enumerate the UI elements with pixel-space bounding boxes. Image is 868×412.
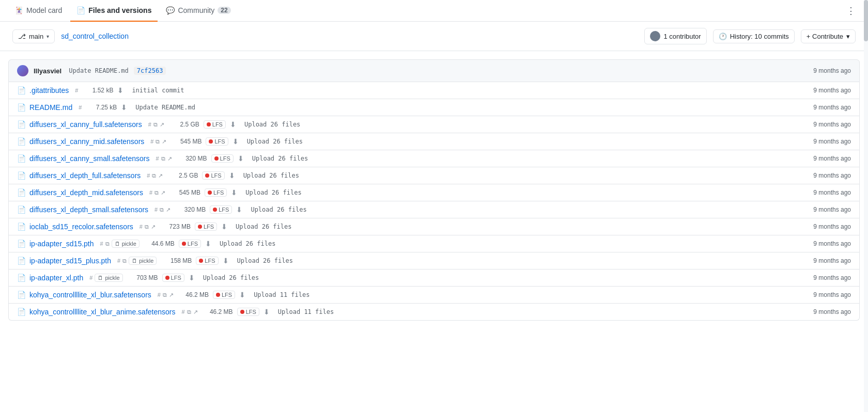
copy-link-icon[interactable]: # xyxy=(89,275,92,281)
history-icon: 🕐 xyxy=(719,33,727,40)
file-name[interactable]: diffusers_xl_canny_full.safetensors xyxy=(29,120,142,129)
file-commit-message: Upload 26 files xyxy=(220,240,795,247)
lfs-badge: LFS xyxy=(196,257,218,265)
download-icon[interactable]: ⬇ xyxy=(233,137,239,146)
external-link-icon[interactable]: ↗ xyxy=(193,309,198,315)
download-icon[interactable]: ⬇ xyxy=(121,103,127,112)
file-badges: # xyxy=(73,87,78,93)
history-button[interactable]: 🕐 History: 10 commits xyxy=(713,29,795,43)
tab-model-card-label: Model card xyxy=(26,6,62,14)
history-label: History: 10 commits xyxy=(730,33,789,40)
copy-icon[interactable]: ⧉ xyxy=(160,207,164,213)
download-icon[interactable]: ⬇ xyxy=(231,188,237,197)
external-link-icon[interactable]: ↗ xyxy=(160,121,164,128)
file-name[interactable]: .gitattributes xyxy=(29,86,69,94)
copy-icon[interactable]: ⧉ xyxy=(105,241,110,247)
external-link-icon[interactable]: ↗ xyxy=(158,172,163,179)
tab-model-card[interactable]: 🃏 Model card xyxy=(8,0,68,22)
copy-icon[interactable]: ⧉ xyxy=(161,155,165,162)
file-time: 9 months ago xyxy=(799,223,851,230)
download-icon[interactable]: ⬇ xyxy=(238,154,244,163)
lfs-badge: LFS xyxy=(210,205,232,214)
file-size: 2.5 GB xyxy=(168,121,199,128)
copy-link-icon[interactable]: # xyxy=(158,292,161,298)
scrollbar-thumb[interactable] xyxy=(864,0,868,41)
copy-link-icon[interactable]: # xyxy=(150,138,153,145)
download-icon[interactable]: ⬇ xyxy=(189,274,195,282)
file-name[interactable]: ip-adapter_sd15.pth xyxy=(29,240,94,248)
copy-link-icon[interactable]: # xyxy=(148,121,151,128)
download-icon[interactable]: ⬇ xyxy=(117,86,123,94)
copy-link-icon[interactable]: # xyxy=(117,258,120,264)
file-name[interactable]: diffusers_xl_depth_small.safetensors xyxy=(29,205,148,214)
external-link-icon[interactable]: ↗ xyxy=(151,224,156,230)
pickle-badge: 🗒 pickle xyxy=(112,240,140,248)
copy-link-icon[interactable]: # xyxy=(156,155,159,162)
copy-link-icon[interactable]: # xyxy=(154,207,158,213)
file-name[interactable]: diffusers_xl_canny_mid.safetensors xyxy=(29,137,144,146)
copy-icon[interactable]: ⧉ xyxy=(145,224,149,230)
external-link-icon[interactable]: ↗ xyxy=(162,138,166,145)
lfs-badge: LFS xyxy=(204,120,226,129)
download-icon[interactable]: ⬇ xyxy=(205,240,211,248)
branch-selector[interactable]: ⎇ main ▾ xyxy=(12,29,55,43)
repo-path[interactable]: sd_control_collection xyxy=(61,32,129,40)
copy-icon[interactable]: ⧉ xyxy=(153,121,158,128)
file-name[interactable]: diffusers_xl_canny_small.safetensors xyxy=(29,154,149,163)
file-name[interactable]: diffusers_xl_depth_mid.safetensors xyxy=(29,188,143,197)
tabs-nav: 🃏 Model card 📄 Files and versions 💬 Comm… xyxy=(0,0,868,22)
file-icon: 📄 xyxy=(17,240,25,248)
git-branch-icon: ⎇ xyxy=(18,33,26,40)
external-link-icon[interactable]: ↗ xyxy=(161,189,165,196)
file-name[interactable]: kohya_controllllite_xl_blur_anime.safete… xyxy=(29,308,176,316)
copy-link-icon[interactable]: # xyxy=(149,189,152,196)
commit-hash[interactable]: 7cf2563 xyxy=(134,67,166,75)
lfs-badge: LFS xyxy=(205,188,227,197)
copy-icon[interactable]: ⧉ xyxy=(152,172,156,179)
copy-icon[interactable]: ⧉ xyxy=(154,189,159,196)
copy-link-icon[interactable]: # xyxy=(75,87,78,93)
file-size: 723 MB xyxy=(160,223,191,230)
copy-link-icon[interactable]: # xyxy=(147,172,150,179)
file-name[interactable]: README.md xyxy=(29,103,72,112)
table-row: 📄diffusers_xl_canny_mid.safetensors#⧉↗54… xyxy=(9,133,859,150)
pickle-badge: 🗒 pickle xyxy=(129,257,157,265)
file-name[interactable]: kohya_controllllite_xl_blur.safetensors xyxy=(29,291,151,299)
file-size: 2.5 GB xyxy=(167,172,198,179)
external-link-icon[interactable]: ↗ xyxy=(166,207,171,213)
file-time: 9 months ago xyxy=(799,189,851,196)
copy-link-icon[interactable]: # xyxy=(79,104,82,110)
file-time: 9 months ago xyxy=(799,257,851,264)
download-icon[interactable]: ⬇ xyxy=(221,223,227,231)
external-link-icon[interactable]: ↗ xyxy=(167,155,172,162)
copy-icon[interactable]: ⧉ xyxy=(187,309,191,315)
copy-link-icon[interactable]: # xyxy=(100,241,103,247)
tab-community[interactable]: 💬 Community 22 xyxy=(160,0,237,22)
tab-files-and-versions[interactable]: 📄 Files and versions xyxy=(70,0,158,22)
download-icon[interactable]: ⬇ xyxy=(230,120,236,129)
copy-link-icon[interactable]: # xyxy=(182,309,185,315)
file-name[interactable]: diffusers_xl_depth_full.safetensors xyxy=(29,171,141,180)
contributor-button[interactable]: 1 contributor xyxy=(644,28,706,44)
table-row: 📄kohya_controllllite_xl_blur.safetensors… xyxy=(9,287,859,304)
file-name[interactable]: ip-adapter_xl.pth xyxy=(29,274,83,282)
file-name[interactable]: ip-adapter_sd15_plus.pth xyxy=(29,257,111,265)
download-icon[interactable]: ⬇ xyxy=(264,308,270,316)
download-icon[interactable]: ⬇ xyxy=(223,257,229,265)
copy-icon[interactable]: ⧉ xyxy=(122,258,127,264)
table-row: 📄ioclab_sd15_recolor.safetensors#⧉↗723 M… xyxy=(9,218,859,235)
file-name[interactable]: ioclab_sd15_recolor.safetensors xyxy=(29,223,133,231)
commit-user[interactable]: lllyasviel xyxy=(34,67,61,75)
download-icon[interactable]: ⬇ xyxy=(239,291,245,299)
contribute-button[interactable]: + Contribute ▾ xyxy=(801,29,856,43)
commit-avatar xyxy=(17,65,28,76)
copy-link-icon[interactable]: # xyxy=(140,224,143,230)
more-options-button[interactable]: ⋮ xyxy=(842,1,860,21)
branch-name: main xyxy=(29,33,43,40)
external-link-icon[interactable]: ↗ xyxy=(169,292,174,298)
download-icon[interactable]: ⬇ xyxy=(236,205,242,214)
scrollbar[interactable] xyxy=(864,0,868,329)
copy-icon[interactable]: ⧉ xyxy=(156,138,160,145)
download-icon[interactable]: ⬇ xyxy=(229,171,235,180)
copy-icon[interactable]: ⧉ xyxy=(163,292,167,298)
